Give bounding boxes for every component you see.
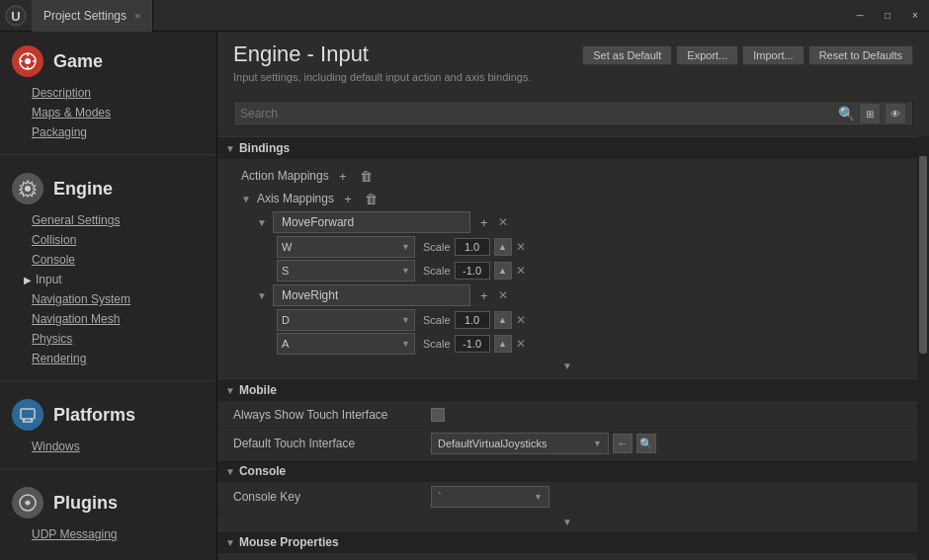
touch-search-button[interactable]: 🔍 [636,434,656,453]
grid-view-icon[interactable]: ⊞ [859,103,881,124]
window-controls: ─ □ × [846,0,929,32]
set-as-default-button[interactable]: Set as Default [582,45,672,65]
eye-icon[interactable]: 👁 [885,103,906,124]
search-input[interactable] [240,107,838,120]
sidebar-item-general-settings[interactable]: General Settings [0,210,216,230]
touch-arrow-button[interactable]: ← [613,434,633,453]
platforms-category-label[interactable]: Platforms [53,405,135,426]
console-key-dropdown[interactable]: ` ▼ [431,486,549,508]
console-section-header[interactable]: ▼ Console [217,459,917,482]
export-button[interactable]: Export... [676,45,738,65]
a-key-select[interactable]: A ▼ [277,333,415,355]
w-key-select[interactable]: W ▼ [277,236,415,258]
sidebar-item-physics[interactable]: Physics [0,329,216,349]
gamepad-icon [18,51,38,71]
default-touch-row: Default Touch Interface DefaultVirtualJo… [217,429,917,459]
scrollbar-track[interactable] [917,136,929,560]
d-key-select[interactable]: D ▼ [277,309,415,331]
sidebar-item-description[interactable]: Description [0,83,216,103]
delete-move-right-button[interactable]: ✕ [498,288,508,302]
console-label: Console [239,464,286,478]
svg-point-8 [25,186,31,192]
console-arrow-icon: ▼ [225,466,235,477]
sidebar-item-input[interactable]: ▶ Input [0,270,216,289]
sidebar-plugins-header: Plugins [0,481,216,524]
engine-category-label[interactable]: Engine [53,179,113,200]
w-scale-label: Scale [423,241,451,253]
delete-a-key-button[interactable]: ✕ [516,337,526,351]
touch-dropdown-arrow-icon: ▼ [593,439,602,448]
sidebar-item-windows[interactable]: Windows [0,437,216,456]
add-axis-mapping-button[interactable]: + [338,189,358,208]
a-key-row: A ▼ Scale -1.0 ▲ ✕ [277,333,909,355]
reset-to-defaults-button[interactable]: Reset to Defaults [808,45,913,65]
sidebar-plugins-section: Plugins UDP Messaging [0,473,216,552]
page-subtitle: Input settings, including default input … [233,71,531,83]
bindings-section-header[interactable]: ▼ Bindings [217,136,917,159]
sidebar: Game Description Maps & Modes Packaging … [0,32,217,560]
s-scale-value: -1.0 [455,262,490,280]
always-show-touch-label: Always Show Touch Interface [233,408,431,422]
a-key-arrow-icon: ▼ [401,339,410,349]
console-key-row: Console Key ` ▼ [217,482,917,513]
scrollbar-thumb[interactable] [919,156,927,354]
sidebar-item-console[interactable]: Console [0,250,216,270]
move-right-group: ▼ MoveRight + ✕ D ▼ [225,284,909,355]
delete-axis-mapping-button[interactable]: 🗑 [362,189,381,208]
game-category-label[interactable]: Game [53,51,103,72]
add-action-mapping-button[interactable]: + [333,166,353,186]
mouse-properties-section-header[interactable]: ▼ Mouse Properties [217,530,917,553]
ue-logo-icon: U [5,5,27,27]
move-right-row: ▼ MoveRight + ✕ [257,284,909,306]
delete-action-mapping-button[interactable]: 🗑 [357,166,377,186]
bindings-label: Bindings [239,141,290,155]
console-key-value: ` ▼ [431,486,901,508]
scroll-indicator: ▼ [225,357,909,374]
w-scale-expand-button[interactable]: ▲ [494,238,512,256]
s-scale-expand-button[interactable]: ▲ [494,262,512,280]
sidebar-item-maps-modes[interactable]: Maps & Modes [0,103,216,122]
delete-d-key-button[interactable]: ✕ [516,313,526,327]
plugins-category-label[interactable]: Plugins [53,493,118,514]
close-button[interactable]: × [901,0,929,32]
import-button[interactable]: Import... [742,45,803,65]
platforms-section-icon [12,399,43,431]
mobile-arrow-icon: ▼ [225,385,235,396]
tab-close-icon[interactable]: × [134,10,140,22]
sidebar-engine-section: Engine General Settings Collision Consol… [0,159,216,376]
maximize-button[interactable]: □ [874,0,901,32]
sidebar-item-navigation-mesh[interactable]: Navigation Mesh [0,309,216,329]
main-header: Engine - Input Input settings, including… [233,41,531,91]
add-move-forward-key-button[interactable]: + [474,212,494,232]
w-key-arrow-icon: ▼ [401,242,410,252]
tab-label: Project Settings [43,9,127,23]
sidebar-item-udp-messaging[interactable]: UDP Messaging [0,524,216,544]
platforms-icon [18,405,38,425]
sidebar-item-rendering[interactable]: Rendering [0,349,216,368]
default-touch-dropdown[interactable]: DefaultVirtualJoysticks ▼ [431,433,609,454]
always-show-touch-row: Always Show Touch Interface [217,401,917,429]
sidebar-item-collision[interactable]: Collision [0,230,216,250]
divider-1 [0,154,216,155]
input-label[interactable]: Input [36,273,62,286]
d-scale-label: Scale [423,314,451,326]
s-key-select[interactable]: S ▼ [277,260,415,281]
add-move-right-key-button[interactable]: + [474,285,494,305]
mobile-section-header[interactable]: ▼ Mobile [217,378,917,401]
console-scroll-indicator: ▼ [217,513,917,530]
mobile-label: Mobile [239,383,277,397]
d-scale-expand-button[interactable]: ▲ [494,311,512,329]
sidebar-item-navigation-system[interactable]: Navigation System [0,289,216,309]
always-show-touch-checkbox[interactable] [431,408,445,422]
a-scale-expand-button[interactable]: ▲ [494,335,512,353]
minimize-button[interactable]: ─ [846,0,874,32]
svg-point-3 [25,58,31,64]
sidebar-item-packaging[interactable]: Packaging [0,122,216,142]
bindings-arrow-icon: ▼ [225,143,235,154]
delete-w-key-button[interactable]: ✕ [516,240,526,254]
delete-s-key-button[interactable]: ✕ [516,264,526,278]
plugin-icon [18,493,38,513]
delete-move-forward-button[interactable]: ✕ [498,215,508,229]
project-settings-tab[interactable]: Project Settings × [32,0,153,32]
sidebar-engine-header: Engine [0,167,216,210]
